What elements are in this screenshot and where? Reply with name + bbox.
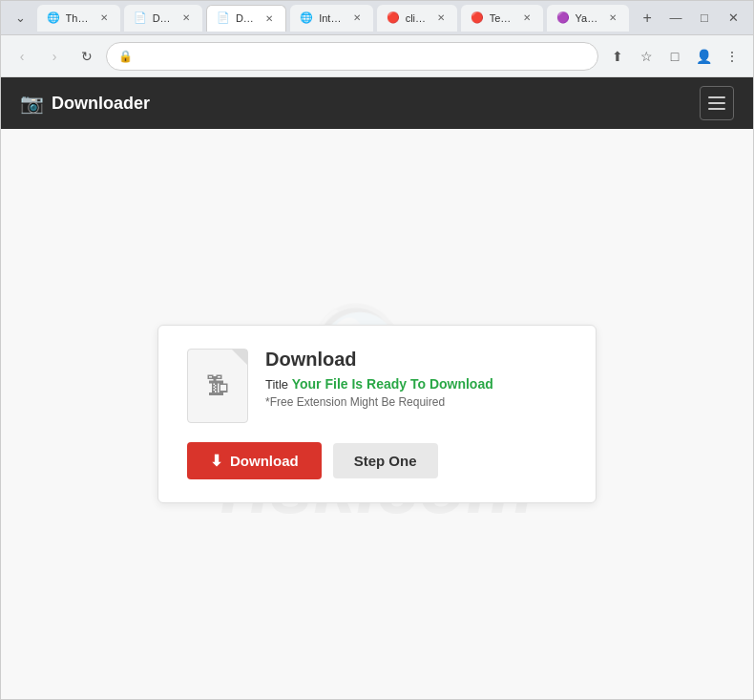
tab-3-icon: 📄 [217, 11, 230, 25]
share-icon[interactable]: ⬆ [604, 43, 631, 70]
hamburger-line-1 [708, 96, 725, 98]
tab-6-label: Ten... [490, 12, 514, 24]
download-button[interactable]: ⬇ Download [187, 442, 322, 479]
toolbar-icons: ⬆ ☆ □ 👤 ⋮ [604, 43, 745, 70]
tab-1-close[interactable]: ✕ [97, 11, 111, 25]
tab-1[interactable]: 🌐 The... ✕ [37, 5, 120, 32]
main-content: 🔍 risk.com 🗜 Download Title Your File Is… [1, 129, 753, 699]
tab-4[interactable]: 🌐 Inte... ✕ [290, 5, 372, 32]
tab-4-label: Inte... [319, 12, 344, 24]
tab-6-icon: 🔴 [471, 11, 484, 25]
hamburger-line-2 [708, 102, 725, 104]
card-header: 🗜 Download Title Your File Is Ready To D… [187, 349, 567, 423]
tab-4-icon: 🌐 [300, 11, 313, 25]
new-tab-button[interactable]: + [635, 6, 660, 31]
hamburger-button[interactable] [700, 86, 734, 120]
refresh-button[interactable]: ↻ [73, 43, 100, 70]
file-title-value: Your File Is Ready To Download [292, 376, 493, 392]
card-actions: ⬇ Download Step One [187, 442, 567, 479]
tab-3-label: Do... [236, 12, 257, 24]
browser-window: ⌄ 🌐 The... ✕ 📄 Do... ✕ 📄 Do... ✕ 🌐 Inte.… [0, 0, 754, 700]
address-bar: ‹ › ↻ 🔒 ⬆ ☆ □ 👤 ⋮ [1, 35, 753, 77]
card-title: Download [265, 349, 567, 371]
close-button[interactable]: ✕ [721, 6, 745, 31]
tab-6-close[interactable]: ✕ [520, 11, 534, 25]
tab-3[interactable]: 📄 Do... ✕ [206, 5, 286, 32]
title-bar: ⌄ 🌐 The... ✕ 📄 Do... ✕ 📄 Do... ✕ 🌐 Inte.… [1, 1, 753, 35]
brand-name: Downloader [52, 94, 150, 114]
tab-7-icon: 🟣 [556, 11, 570, 25]
tab-2-label: Do... [153, 12, 174, 24]
app-brand: 📷 Downloader [20, 92, 150, 115]
tab-2-close[interactable]: ✕ [179, 11, 193, 25]
file-title-label: Title [265, 377, 288, 392]
bookmark-icon[interactable]: ☆ [633, 43, 660, 70]
tab-5[interactable]: 🔴 clic... ✕ [377, 5, 457, 32]
tab-6[interactable]: 🔴 Ten... ✕ [461, 5, 543, 32]
app-navbar: 📷 Downloader [1, 77, 753, 129]
lock-icon: 🔒 [118, 50, 133, 63]
extensions-icon[interactable]: □ [661, 43, 688, 70]
tab-3-close[interactable]: ✕ [262, 11, 276, 25]
tab-4-close[interactable]: ✕ [350, 11, 364, 25]
card-info: Download Title Your File Is Ready To Dow… [265, 349, 567, 409]
download-arrow-icon: ⬇ [210, 452, 222, 470]
download-button-label: Download [230, 453, 299, 469]
tab-7[interactable]: 🟣 Yah... ✕ [547, 5, 630, 32]
tab-5-icon: 🔴 [387, 11, 400, 25]
menu-icon[interactable]: ⋮ [719, 43, 745, 70]
download-card: 🗜 Download Title Your File Is Ready To D… [157, 325, 597, 503]
file-icon-wrapper: 🗜 [187, 349, 248, 423]
back-button[interactable]: ‹ [9, 43, 35, 70]
step-one-label: Step One [354, 453, 417, 469]
file-zip-icon: 🗜 [206, 372, 229, 399]
tab-2[interactable]: 📄 Do... ✕ [124, 5, 202, 32]
step-one-button[interactable]: Step One [333, 443, 438, 478]
minimize-button[interactable]: — [663, 6, 688, 31]
page-content: 📷 Downloader 🔍 risk.com 🗜 [1, 77, 753, 699]
profile-icon[interactable]: 👤 [690, 43, 717, 70]
window-controls: — □ ✕ [663, 6, 745, 31]
forward-button[interactable]: › [41, 43, 68, 70]
address-input-container[interactable]: 🔒 [106, 42, 598, 71]
tab-2-icon: 📄 [134, 11, 147, 25]
tab-7-close[interactable]: ✕ [606, 11, 619, 25]
maximize-button[interactable]: □ [692, 6, 717, 31]
tab-7-label: Yah... [576, 12, 601, 24]
hamburger-line-3 [708, 108, 725, 110]
tab-1-icon: 🌐 [47, 11, 60, 25]
tab-strip-chevron[interactable]: ⌄ [9, 6, 33, 31]
file-note: *Free Extension Might Be Required [265, 395, 567, 409]
tab-5-close[interactable]: ✕ [434, 11, 448, 25]
camera-icon: 📷 [20, 92, 44, 115]
file-title-line: Title Your File Is Ready To Download [265, 376, 567, 392]
tab-1-label: The... [66, 12, 92, 24]
tab-5-label: clic... [406, 12, 429, 24]
